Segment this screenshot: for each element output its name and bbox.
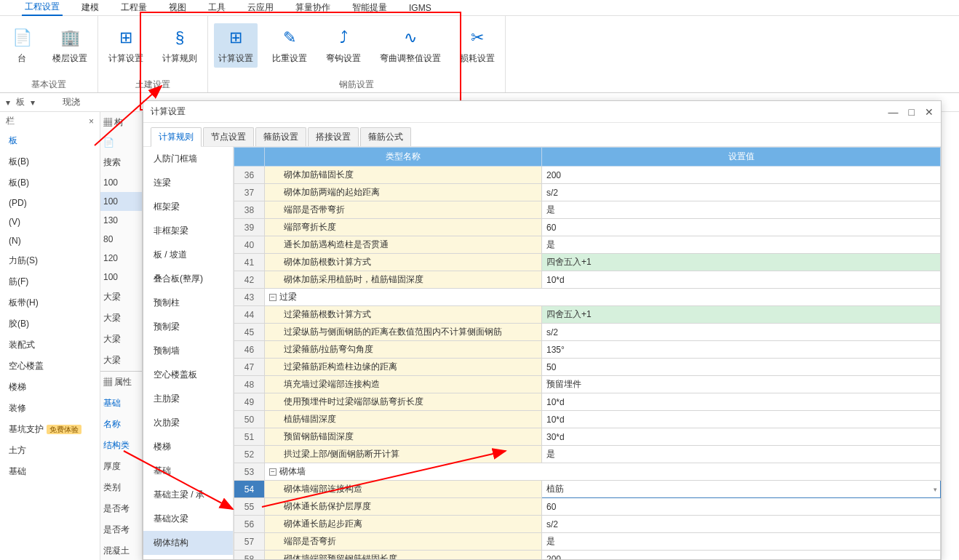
ribbon-group-label: 钢筋设置: [214, 76, 499, 91]
ribbon-btn-台[interactable]: 📄台: [6, 23, 38, 68]
台-icon: 📄: [10, 26, 33, 49]
ribbon-group-基本设置: 📄台🏢楼层设置基本设置: [0, 16, 98, 92]
menu-建模[interactable]: 建模: [79, 0, 102, 15]
ribbon-btn-label: 弯钩设置: [326, 52, 361, 65]
ribbon-btn-计算设置[interactable]: ⊞计算设置: [104, 23, 148, 68]
比重设置-icon: ✎: [278, 26, 301, 49]
ribbon-btn-损耗设置[interactable]: ✂损耗设置: [455, 23, 499, 68]
ribbon-btn-计算设置[interactable]: ⊞计算设置: [214, 23, 258, 68]
弯曲调整值设置-icon: ∿: [399, 26, 422, 49]
楼层设置-icon: 🏢: [58, 26, 81, 49]
ribbon-btn-楼层设置[interactable]: 🏢楼层设置: [48, 23, 92, 68]
ribbon-btn-label: 计算规则: [162, 52, 197, 65]
maximize-icon[interactable]: □: [909, 106, 915, 113]
filter-dropdown-caret[interactable]: ▾: [31, 97, 35, 108]
ribbon-btn-label: 计算设置: [108, 52, 143, 65]
ribbon-btn-label: 楼层设置: [52, 52, 87, 65]
calc-settings-dialog: 计算设置 — □ ✕ 计算规则节点设置箍筋设置搭接设置箍筋公式 人防门框墙连梁框…: [143, 100, 942, 112]
弯钩设置-icon: ⤴: [332, 26, 355, 49]
ribbon-group-土建设置: ⊞计算设置§计算规则土建设置: [98, 16, 208, 92]
menu-工具[interactable]: 工具: [205, 0, 228, 15]
minimize-icon[interactable]: —: [888, 106, 899, 113]
ribbon: 📄台🏢楼层设置基本设置⊞计算设置§计算规则土建设置⊞计算设置✎比重设置⤴弯钩设置…: [0, 16, 959, 93]
filter-dropdown[interactable]: ▾: [6, 97, 10, 108]
ribbon-btn-弯曲调整值设置[interactable]: ∿弯曲调整值设置: [375, 23, 445, 68]
ribbon-btn-label: 台: [17, 52, 26, 65]
menu-IGMS[interactable]: IGMS: [406, 1, 434, 15]
ribbon-btn-label: 损耗设置: [460, 52, 495, 65]
close-icon[interactable]: ✕: [925, 106, 934, 113]
menu-智能提量[interactable]: 智能提量: [349, 0, 390, 15]
ribbon-btn-label: 计算设置: [218, 52, 253, 65]
ribbon-btn-比重设置[interactable]: ✎比重设置: [268, 23, 311, 68]
dialog-title: 计算设置: [151, 105, 186, 112]
损耗设置-icon: ✂: [466, 26, 489, 49]
menu-云应用[interactable]: 云应用: [244, 0, 276, 15]
ribbon-group-label: 基本设置: [6, 76, 92, 91]
ribbon-group-label: 土建设置: [104, 76, 202, 91]
ribbon-group-钢筋设置: ⊞计算设置✎比重设置⤴弯钩设置∿弯曲调整值设置✂损耗设置钢筋设置: [208, 16, 506, 92]
filter-right[interactable]: 现浇: [63, 96, 80, 108]
ribbon-btn-label: 比重设置: [272, 52, 307, 65]
ribbon-btn-计算规则[interactable]: §计算规则: [158, 23, 202, 68]
filter-mid[interactable]: 板: [16, 96, 25, 108]
menu-视图[interactable]: 视图: [166, 0, 189, 15]
计算设置-icon: ⊞: [114, 26, 138, 49]
计算设置-icon: ⊞: [224, 26, 247, 49]
计算规则-icon: §: [168, 26, 191, 49]
menu-bar: 工程设置建模工程量视图工具云应用算量协作智能提量IGMS: [0, 0, 959, 16]
menu-工程设置[interactable]: 工程设置: [22, 0, 63, 16]
menu-算量协作[interactable]: 算量协作: [293, 0, 333, 15]
dialog-titlebar: 计算设置 — □ ✕: [143, 101, 941, 112]
menu-工程量[interactable]: 工程量: [118, 0, 150, 15]
ribbon-btn-label: 弯曲调整值设置: [380, 52, 441, 65]
ribbon-btn-弯钩设置[interactable]: ⤴弯钩设置: [322, 23, 365, 68]
